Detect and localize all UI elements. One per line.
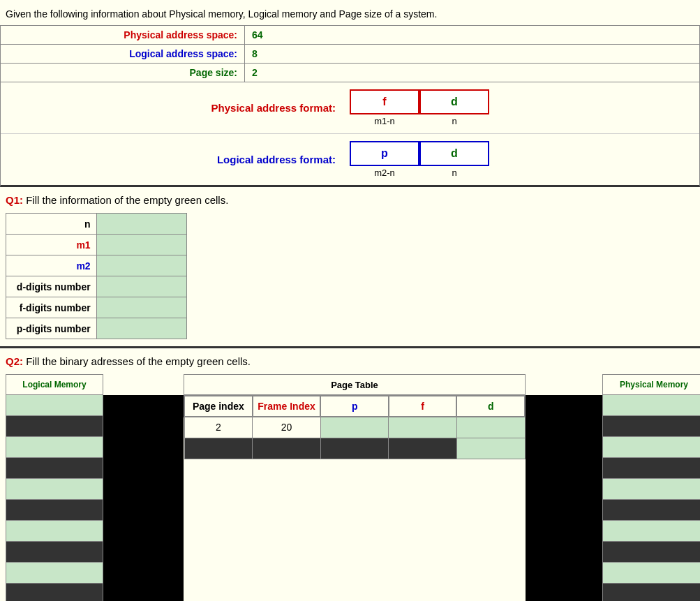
page-size-row: Page size: 2: [1, 64, 699, 82]
logical-address-value: 8: [245, 45, 301, 63]
physical-box-f: f: [350, 89, 419, 114]
pm-cell-7: [602, 542, 700, 563]
physical-format-boxes: f d m1-n n: [350, 89, 489, 126]
top-section: Physical address space: 64 Logical addre…: [0, 25, 700, 187]
page-table-header: Page Table: [184, 374, 526, 395]
lm-cell-3: [6, 458, 103, 479]
lm-cell-6[interactable]: [6, 521, 103, 542]
pt-row-1: [184, 438, 525, 459]
th-f: f: [389, 396, 457, 417]
physical-box-row: f d: [350, 89, 489, 114]
logical-box-d: d: [419, 141, 489, 166]
logical-format-label: Logical address format:: [1, 154, 350, 165]
logical-memory-block: Logical Memory: [6, 374, 103, 601]
logical-label-n2: n: [419, 166, 489, 178]
q1-section: Q1: Fill the information of the empty gr…: [0, 187, 700, 346]
logical-label-row: m2-n n: [350, 166, 489, 178]
spacer-right: [526, 395, 602, 601]
physical-label-m1n: m1-n: [350, 114, 419, 126]
pm-cell-2[interactable]: [602, 437, 700, 458]
spacer-left: [103, 395, 184, 601]
logical-address-label: Logical address space:: [1, 45, 245, 63]
physical-memory-block: Physical Memory: [602, 374, 700, 601]
q1-input-p-digits[interactable]: [96, 318, 186, 339]
q1-label-n: n: [6, 214, 97, 235]
lm-cell-9: [6, 584, 103, 601]
q2-heading: Q2: Fill the binary adresses of the empt…: [6, 355, 694, 367]
logical-box-row: p d: [350, 141, 489, 166]
pt-f-1: [389, 438, 457, 459]
q2-section: Q2: Fill the binary adresses of the empt…: [0, 348, 700, 601]
q1-input-f-digits[interactable]: [96, 297, 186, 318]
logical-format-row: Logical address format: p d m2-n n: [1, 134, 699, 185]
pm-cell-8[interactable]: [602, 563, 700, 584]
page-table: Page index Frame Index p f d: [184, 395, 526, 459]
pm-cell-3: [602, 458, 700, 479]
lm-cell-2[interactable]: [6, 437, 103, 458]
q1-row-d-digits: d-digits number: [6, 276, 187, 297]
q1-input-m2[interactable]: [96, 255, 186, 276]
physical-address-label: Physical address space:: [1, 26, 245, 44]
physical-address-value: 64: [245, 26, 301, 44]
pt-frame-index-0: 20: [253, 417, 321, 438]
page-table-block: Page Table Page index Frame Index p: [184, 374, 526, 459]
physical-box-d: d: [419, 89, 489, 114]
lm-cell-0[interactable]: [6, 395, 103, 416]
physical-label-n1: n: [419, 114, 489, 126]
logical-box-p: p: [350, 141, 419, 166]
q1-row-n: n: [6, 214, 187, 235]
th-p: p: [320, 396, 389, 417]
q1-input-n[interactable]: [96, 214, 186, 235]
q1-row-m1: m1: [6, 235, 187, 255]
physical-format-row: Physical address format: f d m1-n n: [1, 82, 699, 134]
page-size-value: 2: [245, 64, 301, 82]
q1-label-p-digits: p-digits number: [6, 318, 97, 339]
physical-address-row: Physical address space: 64: [1, 26, 699, 45]
pt-frame-index-1: [253, 438, 321, 459]
logical-address-row: Logical address space: 8: [1, 45, 699, 64]
physical-memory-header: Physical Memory: [602, 374, 700, 395]
pm-cell-1: [602, 416, 700, 437]
page-table-header-row: Page index Frame Index p f d: [184, 396, 525, 417]
pt-page-index-0: 2: [184, 417, 253, 438]
q1-table: n m1 m2 d-digits number f-digits number …: [6, 213, 187, 339]
physical-label-row: m1-n n: [350, 114, 489, 126]
q1-label-m1: m1: [6, 235, 97, 255]
memory-layout: Logical Memory Page Table: [6, 374, 694, 601]
lm-cell-5: [6, 500, 103, 521]
pm-cell-6[interactable]: [602, 521, 700, 542]
pm-cell-9: [602, 584, 700, 601]
q1-label-f-digits: f-digits number: [6, 297, 97, 318]
q1-row-f-digits: f-digits number: [6, 297, 187, 318]
q1-row-m2: m2: [6, 255, 187, 276]
pt-p-0[interactable]: [320, 417, 389, 438]
logical-memory-header: Logical Memory: [6, 374, 103, 395]
lm-cell-7: [6, 542, 103, 563]
q1-label-m2: m2: [6, 255, 97, 276]
pm-cell-0[interactable]: [602, 395, 700, 416]
page-size-label: Page size:: [1, 64, 245, 82]
logical-format-boxes: p d m2-n n: [350, 141, 489, 178]
th-d: d: [456, 396, 525, 417]
physical-format-label: Physical address format:: [1, 102, 350, 114]
pt-d-0[interactable]: [456, 417, 525, 438]
th-page-index: Page index: [184, 396, 253, 417]
lm-cell-4[interactable]: [6, 479, 103, 500]
q1-input-m1[interactable]: [96, 235, 186, 255]
pm-cell-5: [602, 500, 700, 521]
pt-row-0: 2 20: [184, 417, 525, 438]
pt-p-1: [320, 438, 389, 459]
lm-cell-1: [6, 416, 103, 437]
pt-page-index-1: [184, 438, 253, 459]
th-frame-index: Frame Index: [253, 396, 321, 417]
q1-label-d-digits: d-digits number: [6, 276, 97, 297]
pt-f-0[interactable]: [389, 417, 457, 438]
pm-cell-4[interactable]: [602, 479, 700, 500]
q1-row-p-digits: p-digits number: [6, 318, 187, 339]
q1-heading: Q1: Fill the information of the empty gr…: [6, 194, 694, 206]
intro-text: Given the following information about Ph…: [0, 0, 700, 25]
pt-d-1[interactable]: [456, 438, 525, 459]
q1-input-d-digits[interactable]: [96, 276, 186, 297]
logical-label-m2n: m2-n: [350, 166, 419, 178]
lm-cell-8[interactable]: [6, 563, 103, 584]
